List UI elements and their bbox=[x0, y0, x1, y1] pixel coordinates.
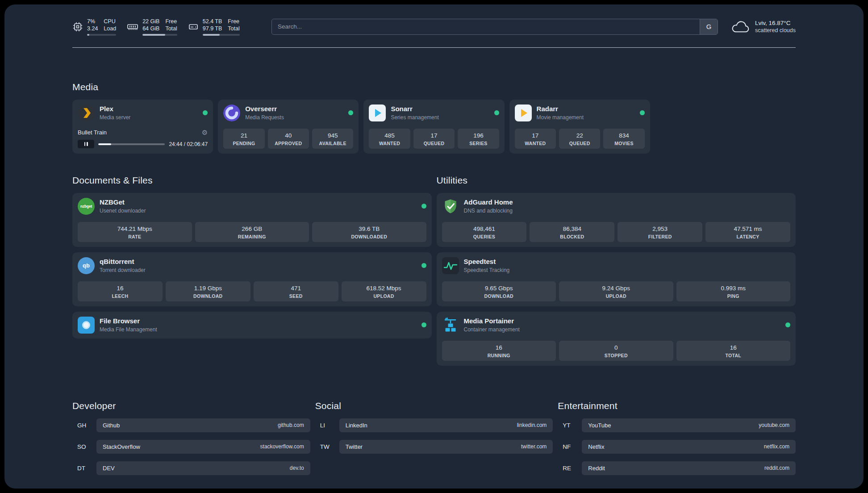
stat-value: 1.19 Gbps bbox=[167, 284, 249, 292]
bookmark-netflix[interactable]: NF Netflix netflix.com bbox=[558, 440, 796, 454]
stat-upload: 618.52 Mbps UPLOAD bbox=[342, 281, 426, 301]
stat-label: SERIES bbox=[459, 141, 497, 146]
stat-value: 21 bbox=[225, 132, 263, 139]
bookmark-github[interactable]: GH Github github.com bbox=[72, 418, 310, 432]
service-card-sonarr[interactable]: Sonarr Series management 485 WANTED 17 Q… bbox=[363, 100, 504, 154]
stat-value: 266 GB bbox=[197, 225, 308, 233]
service-name: Overseerr bbox=[245, 105, 284, 113]
stat-value: 86,384 bbox=[531, 225, 613, 233]
bookmark-url: twitter.com bbox=[521, 443, 547, 450]
bookmark-abbr: TW bbox=[315, 440, 339, 454]
status-dot-online bbox=[421, 263, 426, 268]
stat-label: LEECH bbox=[79, 293, 161, 299]
overseerr-icon bbox=[223, 104, 240, 121]
service-card-speedtest[interactable]: Speedtest Speedtest Tracking 9.65 Gbps D… bbox=[437, 252, 796, 306]
stat-value: 485 bbox=[371, 132, 408, 139]
search-provider-button[interactable]: G bbox=[700, 19, 718, 34]
disk-free-label: Free bbox=[228, 18, 239, 25]
search-bar: G bbox=[271, 19, 718, 35]
search-input[interactable] bbox=[272, 19, 700, 34]
bookmark-youtube[interactable]: YT YouTube youtube.com bbox=[558, 418, 796, 432]
stat-value: 498,461 bbox=[444, 225, 525, 233]
stat-label: DOWNLOAD bbox=[444, 293, 555, 299]
status-dot-online bbox=[421, 204, 426, 209]
bookmark-dev[interactable]: DT DEV dev.to bbox=[72, 461, 310, 475]
memory-total-value: 64 GiB bbox=[142, 25, 159, 32]
bookmark-name: YouTube bbox=[588, 422, 611, 429]
memory-widget: 22 GiB 64 GiB Free Total bbox=[127, 18, 177, 36]
stat-value: 744.21 Mbps bbox=[79, 225, 190, 233]
filebrowser-icon bbox=[78, 317, 95, 334]
stat-label: LATENCY bbox=[707, 234, 789, 239]
disk-icon bbox=[188, 21, 199, 32]
disk-usage-bar bbox=[203, 34, 240, 36]
stat-label: QUEUED bbox=[415, 141, 453, 146]
bookmark-abbr: GH bbox=[72, 418, 96, 432]
stat-label: APPROVED bbox=[270, 141, 307, 146]
bookmark-twitter[interactable]: TW Twitter twitter.com bbox=[315, 440, 553, 454]
stat-value: 16 bbox=[79, 284, 161, 292]
stat-download: 1.19 Gbps DOWNLOAD bbox=[166, 281, 250, 301]
service-card-plex[interactable]: Plex Media server Bullet Train ⚙ bbox=[72, 100, 213, 154]
bookmark-name: StackOverflow bbox=[103, 443, 140, 450]
weather-condition: scattered clouds bbox=[755, 27, 796, 34]
stat-label: UPLOAD bbox=[343, 293, 425, 299]
stat-movies: 834 MOVIES bbox=[603, 129, 644, 149]
stat-queued: 22 QUEUED bbox=[559, 129, 600, 149]
cpu-usage-value: 7% bbox=[87, 18, 98, 25]
group-title-entertainment: Entertainment bbox=[558, 401, 796, 411]
weather-widget: Lviv, 16.87°C scattered clouds bbox=[730, 19, 796, 34]
status-dot-online bbox=[203, 110, 208, 115]
stat-value: 196 bbox=[459, 132, 497, 139]
service-card-filebrowser[interactable]: File Browser Media File Management bbox=[72, 312, 432, 338]
bookmark-group-social: Social LI LinkedIn linkedin.com TW Twitt… bbox=[315, 401, 553, 483]
service-name: Speedtest bbox=[464, 258, 510, 266]
bookmark-name: DEV bbox=[103, 465, 115, 472]
service-name: Sonarr bbox=[391, 105, 438, 113]
stat-label: SEED bbox=[255, 293, 337, 299]
stat-remaining: 266 GB REMAINING bbox=[195, 222, 309, 242]
bookmark-linkedin[interactable]: LI LinkedIn linkedin.com bbox=[315, 418, 553, 432]
pause-button[interactable] bbox=[78, 140, 94, 148]
service-card-radarr[interactable]: Radarr Movie management 17 WANTED 22 QUE… bbox=[509, 100, 650, 154]
stat-label: UPLOAD bbox=[561, 293, 672, 299]
stat-leech: 16 LEECH bbox=[78, 281, 163, 301]
bookmark-reddit[interactable]: RE Reddit reddit.com bbox=[558, 461, 796, 475]
top-bar: 7% 3.24 CPU Load bbox=[72, 4, 796, 36]
stat-value: 618.52 Mbps bbox=[343, 284, 425, 292]
stat-approved: 40 APPROVED bbox=[268, 129, 309, 149]
service-card-overseerr[interactable]: Overseerr Media Requests 21 PENDING 40 A… bbox=[218, 100, 359, 154]
group-title-developer: Developer bbox=[72, 401, 310, 411]
stat-label: DOWNLOADED bbox=[314, 234, 425, 239]
bookmark-url: dev.to bbox=[290, 465, 304, 471]
nzbget-icon: nzbget bbox=[78, 198, 95, 215]
speedtest-icon bbox=[442, 257, 459, 274]
settings-gear-icon[interactable]: ⚙ bbox=[202, 129, 208, 136]
service-card-portainer[interactable]: Media Portainer Container management 16 … bbox=[437, 312, 796, 366]
stat-value: 16 bbox=[678, 344, 789, 351]
memory-free-value: 22 GiB bbox=[142, 18, 159, 25]
qbittorrent-icon-text: qb bbox=[83, 262, 90, 269]
bookmark-abbr: NF bbox=[558, 440, 582, 454]
stat-value: 17 bbox=[415, 132, 453, 139]
stat-blocked: 86,384 BLOCKED bbox=[530, 222, 614, 242]
bookmarks-section: Developer GH Github github.com SO StackO… bbox=[72, 401, 796, 489]
section-title-media: Media bbox=[72, 82, 796, 92]
service-card-qbittorrent[interactable]: qb qBittorrent Torrent downloader 16 bbox=[72, 252, 432, 306]
service-name: NZBGet bbox=[100, 198, 146, 206]
section-documents: Documents & Files nzbget NZBGet Usenet d… bbox=[72, 175, 432, 338]
stat-label: QUEUED bbox=[561, 141, 598, 146]
service-name: Plex bbox=[100, 105, 130, 113]
bookmark-stackoverflow[interactable]: SO StackOverflow stackoverflow.com bbox=[72, 440, 310, 454]
sonarr-icon bbox=[369, 104, 386, 121]
service-name: qBittorrent bbox=[100, 258, 146, 266]
service-card-adguard[interactable]: AdGuard Home DNS and adblocking 498,461 … bbox=[437, 193, 796, 247]
bookmark-group-developer: Developer GH Github github.com SO StackO… bbox=[72, 401, 310, 483]
service-description: Media Requests bbox=[245, 114, 284, 121]
cpu-label: CPU bbox=[104, 18, 116, 25]
stat-queued: 17 QUEUED bbox=[413, 129, 455, 149]
stat-value: 22 bbox=[561, 132, 598, 139]
memory-total-label: Total bbox=[165, 25, 177, 32]
service-card-nzbget[interactable]: nzbget NZBGet Usenet downloader 744.21 M… bbox=[72, 193, 432, 247]
memory-icon bbox=[127, 21, 138, 32]
